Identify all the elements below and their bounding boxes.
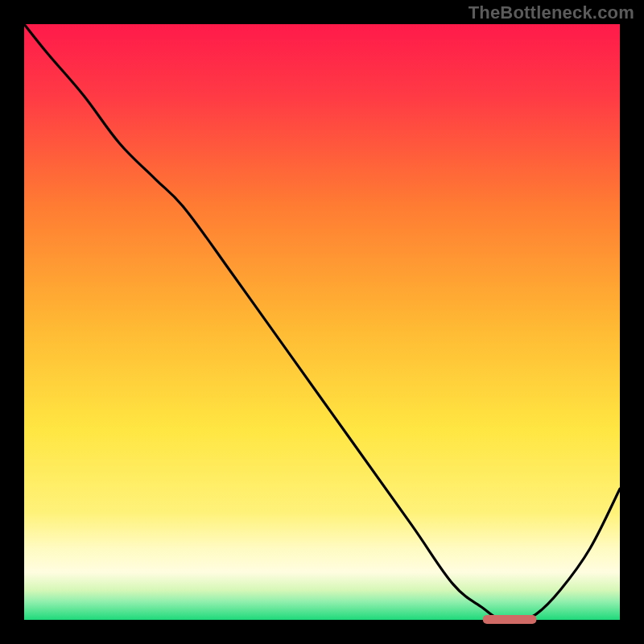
bottleneck-chart [0, 0, 644, 644]
plot-background [24, 24, 620, 620]
chart-stage: TheBottleneck.com [0, 0, 644, 644]
optimal-band-marker [483, 615, 537, 624]
